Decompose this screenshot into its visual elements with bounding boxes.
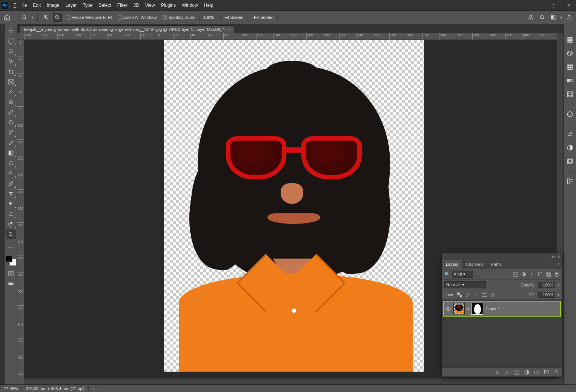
collapse-icon[interactable]: «	[565, 26, 575, 32]
layer-row[interactable]: ⛓ Layer 1	[443, 301, 561, 317]
filter-smart-icon[interactable]	[545, 271, 551, 277]
layer-effects-icon[interactable]: fx	[504, 369, 510, 375]
layer-thumbnail[interactable]	[453, 303, 465, 314]
scrollbar-horizontal[interactable]	[24, 378, 563, 384]
path-selection-tool[interactable]	[6, 199, 16, 208]
document-tab[interactable]: freepik__a-young-woman-with-dark-hair-we…	[20, 25, 234, 33]
filter-shape-icon[interactable]	[537, 271, 543, 277]
edit-toolbar-button[interactable]: ⋯	[6, 243, 16, 253]
layer-name[interactable]: Layer 1	[484, 306, 500, 311]
status-chevron[interactable]: ›	[89, 386, 98, 391]
status-zoom[interactable]: 77,95%	[0, 386, 22, 391]
filter-type-icon[interactable]: T	[529, 271, 535, 277]
styles-panel-icon[interactable]	[565, 142, 575, 153]
hand-tool[interactable]	[6, 219, 16, 229]
chevron-down-icon[interactable]: ▾	[31, 15, 34, 20]
crop-tool[interactable]	[6, 67, 16, 76]
brush-tool[interactable]	[6, 107, 16, 117]
move-tool[interactable]	[6, 26, 16, 35]
fit-screen-button[interactable]: Fit Screen	[220, 14, 247, 21]
close-icon[interactable]: ×	[227, 27, 230, 32]
tab-layers[interactable]: Layers	[442, 260, 462, 269]
gradients-panel-icon[interactable]	[565, 75, 575, 86]
shape-tool[interactable]	[6, 209, 16, 219]
gradient-tool[interactable]	[6, 148, 16, 158]
home-button[interactable]	[2, 12, 12, 22]
history-panel-icon[interactable]	[565, 35, 575, 45]
fill-screen-button[interactable]: Fill Screen	[250, 14, 278, 21]
lasso-tool[interactable]	[6, 46, 16, 56]
lock-all-icon[interactable]	[490, 292, 496, 298]
menu-file[interactable]: File	[11, 0, 30, 11]
menu-help[interactable]: Help	[201, 0, 217, 11]
link-layers-icon[interactable]: ⛓	[494, 369, 500, 375]
filter-kind-select[interactable]: Kind ▾	[452, 271, 473, 278]
status-doc-info[interactable]: 316,09 mm x 406,4 mm (72 ppi)	[22, 386, 89, 391]
menu-image[interactable]: Image	[44, 0, 62, 11]
workspace-switcher[interactable]	[549, 13, 558, 22]
panel-header[interactable]: ◂◂ ✕	[442, 253, 562, 260]
quick-selection-tool[interactable]	[6, 57, 16, 66]
tool-preset-picker[interactable]	[20, 13, 29, 22]
share-icon[interactable]	[565, 13, 574, 22]
properties-panel-icon[interactable]	[565, 176, 575, 187]
zoom-tool[interactable]	[6, 230, 16, 239]
filter-toggle-icon[interactable]	[554, 271, 560, 277]
filter-adjustment-icon[interactable]	[521, 271, 527, 277]
close-panel-icon[interactable]: ✕	[557, 254, 561, 259]
add-mask-icon[interactable]	[514, 369, 520, 375]
visibility-toggle[interactable]	[444, 306, 452, 312]
tab-channels[interactable]: Channels	[462, 260, 487, 269]
libraries-panel-icon[interactable]	[565, 156, 575, 167]
adjustments-panel-icon[interactable]	[565, 129, 575, 139]
patterns-panel-icon[interactable]	[565, 89, 575, 100]
mask-link-icon[interactable]: ⛓	[466, 307, 470, 311]
color-panel-icon[interactable]	[565, 48, 575, 59]
history-brush-tool[interactable]	[6, 128, 16, 137]
resize-windows-checkbox[interactable]: Resize Windows to Fit	[64, 15, 114, 20]
menu-window[interactable]: Window	[179, 0, 201, 11]
delete-layer-icon[interactable]	[553, 369, 559, 375]
chevron-down-icon[interactable]: ▾	[558, 292, 560, 297]
status-scroll-left[interactable]: ‹	[98, 386, 102, 391]
info-panel-icon[interactable]	[565, 109, 575, 119]
menu-filter[interactable]: Filter	[114, 0, 131, 11]
dodge-tool[interactable]	[6, 168, 16, 178]
zoom-100-button[interactable]: 100%	[199, 14, 218, 21]
scrubby-zoom-checkbox[interactable]: Scrubby Zoom	[161, 15, 197, 20]
chevron-down-icon[interactable]: ▾	[558, 282, 560, 287]
opacity-value[interactable]: 100%	[538, 282, 555, 288]
zoom-in-button[interactable]	[41, 13, 51, 22]
menu-3d[interactable]: 3D	[130, 0, 142, 11]
eyedropper-tool[interactable]	[6, 87, 16, 96]
new-group-icon[interactable]	[533, 369, 539, 375]
new-adjustment-icon[interactable]	[524, 369, 530, 375]
collapse-panel-icon[interactable]: ◂◂	[551, 255, 555, 259]
menu-edit[interactable]: Edit	[30, 0, 44, 11]
ruler-horizontal[interactable]: 1601401201008060402002040608010012014016…	[24, 33, 563, 40]
layer-mask-thumbnail[interactable]	[472, 303, 483, 314]
screen-mode-button[interactable]	[6, 279, 16, 288]
chevron-down-icon[interactable]: ▾	[560, 15, 562, 20]
eraser-tool[interactable]	[6, 138, 16, 147]
fill-value[interactable]: 100%	[538, 292, 555, 298]
clone-stamp-tool[interactable]	[6, 118, 16, 127]
type-tool[interactable]	[6, 189, 16, 198]
ruler-vertical[interactable]: 0204060801001201401601802002202402602803…	[17, 40, 24, 384]
swatches-panel-icon[interactable]	[565, 62, 575, 72]
panel-menu-icon[interactable]: ≡	[555, 260, 562, 269]
maximize-button[interactable]: ▢	[546, 0, 561, 11]
marquee-tool[interactable]	[6, 36, 16, 46]
menu-layer[interactable]: Layer	[62, 0, 80, 11]
search-icon[interactable]: 🔍	[444, 272, 450, 277]
pen-tool[interactable]	[6, 179, 16, 188]
canvas[interactable]	[164, 40, 424, 372]
color-swatches[interactable]	[6, 255, 16, 266]
menu-view[interactable]: View	[142, 0, 158, 11]
blend-mode-select[interactable]: Normal ▾	[444, 281, 486, 288]
filter-pixel-icon[interactable]	[512, 271, 518, 277]
lock-transparency-icon[interactable]	[456, 292, 462, 298]
search-icon[interactable]	[538, 13, 547, 22]
ruler-origin[interactable]	[17, 33, 24, 40]
menu-plugins[interactable]: Plugins	[158, 0, 179, 11]
